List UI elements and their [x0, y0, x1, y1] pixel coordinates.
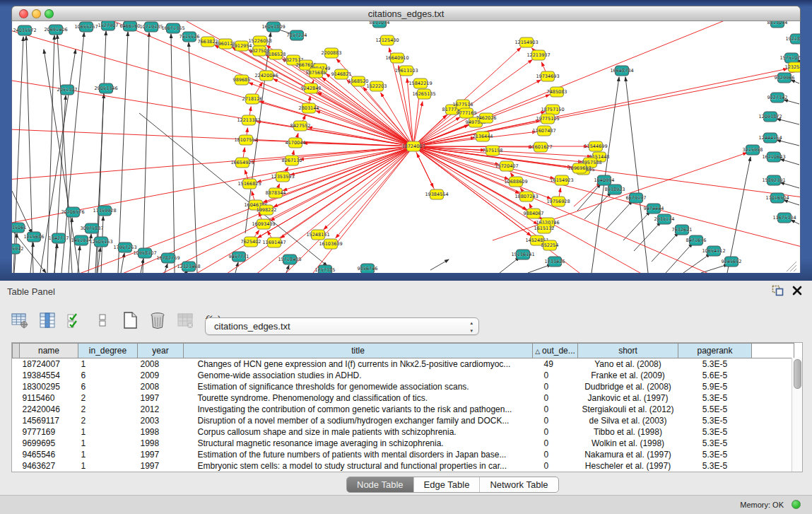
graph-node[interactable]: 6466160 [120, 21, 141, 31]
cell-in_degree[interactable]: 1 [78, 358, 138, 370]
graph-node[interactable]: 835061 [12, 223, 26, 233]
cell-title[interactable]: Structural magnetic resonance image aver… [184, 438, 533, 449]
graph-node[interactable]: 12125430 [375, 35, 399, 45]
graph-edge-black[interactable] [528, 264, 551, 273]
import-table-icon[interactable] [175, 310, 195, 330]
cell-year[interactable]: 1998 [138, 426, 184, 438]
cell-pagerank[interactable]: 5.3E-5 [678, 460, 752, 472]
cell-in_degree[interactable]: 6 [78, 381, 138, 392]
graph-edge-red[interactable] [413, 146, 719, 273]
graph-node[interactable]: 1342737 [49, 233, 69, 243]
graph-node[interactable]: 16154923 [550, 175, 573, 185]
cell-out_de[interactable]: 0 [533, 426, 578, 438]
table-row[interactable]: 1872400712008Changes of HCN gene express… [13, 358, 794, 370]
cell-short[interactable]: Dudbridge et al. (2008) [578, 381, 678, 392]
graph-node[interactable]: 16640910 [385, 53, 408, 63]
memory-indicator-icon[interactable] [792, 500, 801, 509]
cell-pagerank[interactable]: 5.9E-5 [678, 381, 752, 392]
graph-node[interactable]: 7857224 [287, 30, 307, 40]
graph-edge-red[interactable] [266, 55, 413, 146]
graph-node[interactable]: 8267130 [282, 156, 302, 165]
cell-in_degree[interactable]: 2 [78, 415, 138, 426]
graph-node[interactable]: 16782759 [156, 253, 180, 263]
graph-node[interactable]: 2935114 [654, 214, 675, 224]
cell-name[interactable]: 9115460 [20, 392, 78, 404]
cell-name[interactable]: 19384554 [20, 370, 78, 381]
cell-title[interactable]: Embryonic stem cells: a model to study s… [184, 460, 533, 472]
graph-node[interactable]: 1232540 [785, 62, 800, 72]
graph-edge-red[interactable] [250, 146, 413, 162]
graph-edge-red[interactable] [407, 78, 413, 146]
graph-node[interactable]: 15136141 [511, 250, 534, 259]
graph-edge-red[interactable] [283, 146, 413, 190]
cell-year[interactable]: 2012 [138, 404, 184, 415]
graph-node[interactable]: 30975887 [80, 223, 103, 233]
graph-node[interactable]: 8813054 [767, 21, 788, 28]
table-mode-icon[interactable] [10, 310, 30, 330]
graph-edge-black[interactable] [777, 119, 799, 124]
graph-edge-red[interactable] [273, 79, 413, 146]
graph-edge-black[interactable] [634, 222, 661, 251]
graph-node[interactable]: 11675334 [772, 213, 796, 223]
column-header-in_degree[interactable]: in_degree [78, 344, 138, 358]
graph-edge-black[interactable] [623, 211, 650, 240]
close-panel-icon[interactable] [792, 286, 802, 298]
cell-title[interactable]: Disruption of a novel member of a sodium… [184, 415, 533, 426]
network-canvas[interactable]: 2403557220691406106552571527907646616010… [11, 21, 801, 273]
network-window-titlebar[interactable]: citations_edges.txt [11, 6, 801, 21]
graph-node[interactable]: 16654925 [230, 158, 254, 168]
graph-node[interactable]: 2200883 [322, 48, 342, 58]
graph-node[interactable]: 19384554 [425, 189, 448, 199]
cell-pagerank[interactable]: 5.3E-5 [678, 426, 752, 438]
graph-edge-black[interactable] [189, 42, 197, 273]
scrollbar-thumb[interactable] [794, 359, 801, 389]
graph-node[interactable]: 7632621 [672, 225, 693, 235]
graph-node[interactable]: 10688609 [504, 177, 527, 187]
graph-edge-red[interactable] [257, 122, 413, 146]
graph-node[interactable]: 7485083 [547, 87, 567, 97]
graph-edge-black[interactable] [777, 140, 799, 146]
graph-edge-black[interactable] [171, 34, 175, 273]
graph-node[interactable]: 852254 [541, 240, 559, 250]
select-all-icon[interactable] [65, 310, 85, 330]
graph-node[interactable]: 15718485 [278, 255, 301, 264]
show-column-icon[interactable] [37, 310, 57, 330]
graph-node[interactable]: 7515526 [180, 32, 200, 42]
graph-edge-black[interactable] [701, 264, 728, 273]
graph-node[interactable]: 22420046 [254, 71, 278, 81]
column-header-title[interactable]: title [184, 344, 533, 358]
graph-node[interactable]: 16093439 [252, 219, 275, 229]
graph-edge-black[interactable] [780, 159, 799, 165]
graph-node[interactable]: 15892391 [762, 175, 785, 185]
cell-pagerank[interactable]: 5.5E-5 [678, 404, 752, 415]
table-row[interactable]: 946554611997Estimation of the future num… [13, 449, 794, 460]
graph-node[interactable]: 3915912 [12, 244, 23, 254]
graph-edge-red[interactable] [417, 153, 437, 194]
cell-pagerank[interactable]: 5.3E-5 [678, 358, 752, 370]
graph-node[interactable]: 2136444 [473, 132, 493, 141]
graph-node[interactable]: 1215686 [24, 232, 45, 242]
cell-in_degree[interactable]: 6 [78, 370, 138, 381]
cell-title[interactable]: Estimation of the future numbers of pati… [184, 449, 533, 460]
rows-icon[interactable] [93, 310, 112, 330]
cell-name[interactable]: 18724007 [20, 358, 78, 370]
graph-node[interactable]: 19775105 [536, 114, 559, 124]
graph-node[interactable]: 15842219 [408, 78, 432, 88]
graph-node[interactable]: 12353593 [271, 172, 294, 182]
graph-node[interactable]: 9245652 [722, 257, 742, 267]
cell-pagerank[interactable]: 5.3E-5 [678, 438, 752, 449]
graph-node[interactable]: 12213937 [526, 50, 550, 60]
graph-node[interactable]: 9777169 [457, 108, 477, 118]
graph-edge-black[interactable] [652, 233, 678, 262]
cell-year[interactable]: 1997 [138, 460, 184, 472]
cell-year[interactable]: 1997 [138, 449, 184, 460]
cell-name[interactable]: 9463627 [20, 460, 78, 472]
cell-title[interactable]: Genome-wide association studies in ADHD. [184, 370, 533, 381]
cell-year[interactable]: 1998 [138, 438, 184, 449]
cell-out_de[interactable]: 0 [533, 438, 578, 449]
delete-icon[interactable] [148, 310, 167, 330]
graph-node[interactable]: 16671355 [161, 23, 184, 33]
cell-name[interactable]: 14569117 [20, 415, 78, 426]
cell-title[interactable]: Corpus callosum shape and size in male p… [184, 426, 533, 438]
cell-in_degree[interactable]: 1 [78, 449, 138, 460]
